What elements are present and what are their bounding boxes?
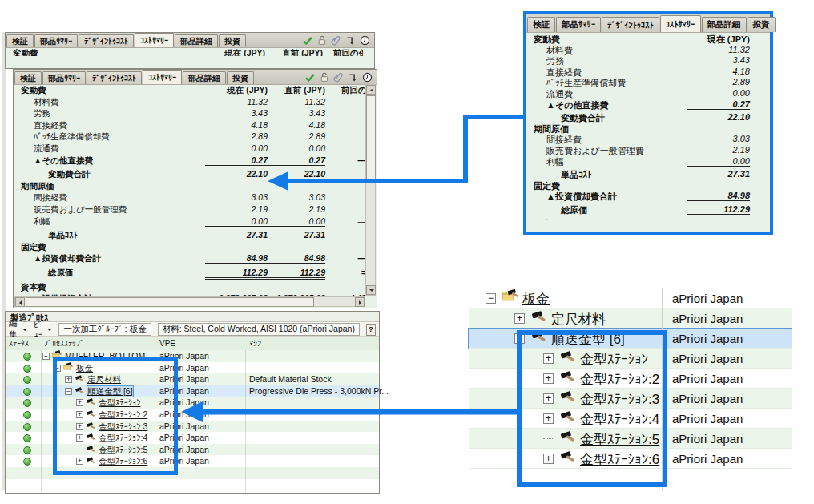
cost-row-label: 材料費 xyxy=(34,97,59,108)
cost-summary-panel: 検証部品ｻﾏﾘｰﾃﾞｻﾞｲﾝﾄｩｺｽﾄｺｽﾄｻﾏﾘｰ部品詳細投資変動費現在 (J… xyxy=(13,69,377,308)
cost-row: 資本費 xyxy=(14,282,365,294)
tree-expander[interactable]: − xyxy=(42,353,50,360)
cost-row: 資本費 xyxy=(527,218,759,220)
tab-投資[interactable]: 投資 xyxy=(748,17,776,32)
tab-部品詳細[interactable]: 部品詳細 xyxy=(175,34,218,47)
cost-row-label: ▲投資償却費合計 xyxy=(34,253,101,264)
cost-row: ﾊﾞｯﾁ生産準備償却費2.892.89 xyxy=(14,131,365,143)
cost-row: ▲設備投資合計6,373,205.086,373,205.084,45 xyxy=(14,293,365,296)
cost-row-label: 販売費および一般管理費 xyxy=(34,204,127,216)
process-panel-title: 製造ﾌﾟﾛｾｽ xyxy=(6,312,379,322)
vpe-value: aPriori Japan xyxy=(672,292,743,305)
annotation-rectangle-right xyxy=(517,330,667,487)
value-last: — xyxy=(341,216,365,226)
cost-row: ▲その他直接費0.270.27— xyxy=(14,155,365,167)
tab-検証[interactable]: 検証 xyxy=(14,71,42,84)
cost-row: 流通費0.00 xyxy=(527,88,759,99)
cost-row-label: 固定費 xyxy=(21,242,46,253)
lock-icon[interactable] xyxy=(316,35,327,46)
tab-部品詳細[interactable]: 部品詳細 xyxy=(183,71,226,84)
zoom-tree-row[interactable]: −板金aPriori Japan xyxy=(469,288,792,308)
machine-value: Progressive Die Press - 3,000kN Pr... xyxy=(249,386,389,396)
tab-検証[interactable]: 検証 xyxy=(527,17,555,32)
value-current: 11.32 xyxy=(205,97,268,107)
cost-row: 固定費 xyxy=(527,180,759,192)
tab-部品ｻﾏﾘｰ[interactable]: 部品ｻﾏﾘｰ xyxy=(556,17,601,32)
cost-row-label: 単品ｺｽﾄ xyxy=(48,230,78,241)
scroll-thumb[interactable] xyxy=(366,95,376,183)
tab-部品ｻﾏﾘｰ[interactable]: 部品ｻﾏﾘｰ xyxy=(42,71,86,84)
material-label: 材料: Steel, Cold Worked, AISI 1020 (aPrio… xyxy=(158,323,360,336)
scroll-left-button[interactable] xyxy=(15,297,25,307)
cost-row-label: 総原価 xyxy=(48,268,74,279)
check-icon[interactable] xyxy=(302,35,312,46)
elbow-arrow-icon[interactable] xyxy=(348,72,358,83)
cost-row: 変動費合計22.10 xyxy=(527,112,759,123)
status-green-icon xyxy=(23,458,31,466)
zoomed-cost-summary-callout: 検証部品ｻﾏﾘｰﾃﾞｻﾞｲﾝﾄｩｺｽﾄｺｽﾄｻﾏﾘｰ部品詳細投資変動費現在 (J… xyxy=(523,11,773,235)
scroll-up-button[interactable] xyxy=(366,85,376,95)
tab-投資[interactable]: 投資 xyxy=(227,71,254,84)
value-previous: 3.43 xyxy=(263,108,325,118)
cost-row-label: ▲投資償却費合計 xyxy=(546,191,617,203)
tree-expander[interactable]: + xyxy=(514,313,525,324)
value-current: 22.10 xyxy=(205,169,268,179)
clock-icon[interactable] xyxy=(360,35,370,46)
cost-row: ▲その他直接費0.27 xyxy=(527,99,759,111)
cost-row-label: 変動費 xyxy=(13,48,38,56)
process-step-label[interactable]: 板金 xyxy=(522,290,550,308)
chevron-down-icon xyxy=(47,329,52,333)
vertical-scrollbar[interactable] xyxy=(365,84,376,296)
value-previous: 直前 (JPY) xyxy=(260,48,323,56)
scroll-thumb[interactable] xyxy=(26,297,314,307)
paperclip-icon[interactable] xyxy=(331,35,341,46)
elbow-arrow-icon[interactable] xyxy=(345,35,356,46)
cost-row-label: 直接経費 xyxy=(34,120,67,131)
value-last: 前回の保 xyxy=(333,48,363,56)
value-last: 4,45 xyxy=(341,293,365,296)
tab-ﾃﾞｻﾞｲﾝﾄｩｺｽﾄ[interactable]: ﾃﾞｻﾞｲﾝﾄｩｺｽﾄ xyxy=(87,71,142,84)
value-current: 0.00 xyxy=(205,143,268,153)
status-green-icon xyxy=(23,388,31,396)
value-previous: 0.00 xyxy=(263,143,325,153)
process-step-label[interactable]: 定尺材料 xyxy=(551,310,606,329)
value-current: 27.31 xyxy=(205,230,268,240)
value-current: 84.98 xyxy=(687,191,750,201)
value-current: 6,373,205.08 xyxy=(205,293,268,296)
value-current: 0.00 xyxy=(687,88,750,98)
zoom-tree-row[interactable]: +定尺材料aPriori Japan xyxy=(469,308,792,329)
value-current: 3.43 xyxy=(205,108,268,118)
cost-row: 間接経費3.033.03 xyxy=(14,192,365,204)
help-icon[interactable]: ? xyxy=(366,324,376,336)
cost-row: 変動費現在 (JPY) xyxy=(527,34,759,45)
value-current: 2.89 xyxy=(687,77,750,87)
tab-ｺｽﾄｻﾏﾘｰ[interactable]: ｺｽﾄｻﾏﾘｰ xyxy=(143,70,182,84)
tab-ﾃﾞｻﾞｲﾝﾄｩｺｽﾄ[interactable]: ﾃﾞｻﾞｲﾝﾄｩｺｽﾄ xyxy=(602,17,659,32)
value-previous: 0.27 xyxy=(263,155,325,166)
status-green-icon xyxy=(23,376,31,384)
horizontal-scrollbar[interactable] xyxy=(14,296,365,307)
tab-ｺｽﾄｻﾏﾘｰ[interactable]: ｺｽﾄｻﾏﾘｰ xyxy=(135,33,174,47)
check-icon[interactable] xyxy=(304,72,315,83)
value-current: 2.89 xyxy=(205,131,268,141)
tab-部品詳細[interactable]: 部品詳細 xyxy=(702,17,747,32)
scroll-down-button[interactable] xyxy=(366,285,376,295)
value-previous: 0.00 xyxy=(263,216,325,227)
cost-row: 労務3.433.43 xyxy=(14,108,365,120)
view-menu[interactable]: ﾋﾞｭｰ xyxy=(34,320,52,339)
cost-row: 材料費11.32 xyxy=(527,45,759,56)
scroll-right-button[interactable] xyxy=(355,297,365,307)
tab-投資[interactable]: 投資 xyxy=(219,34,246,47)
tab-検証[interactable]: 検証 xyxy=(6,34,34,47)
tab-ﾃﾞｻﾞｲﾝﾄｩｺｽﾄ[interactable]: ﾃﾞｻﾞｲﾝﾄｩｺｽﾄ xyxy=(79,34,134,47)
value-last: = xyxy=(341,268,365,277)
clock-icon[interactable] xyxy=(362,72,373,83)
tree-expander[interactable]: − xyxy=(486,293,496,304)
cost-row: 総原価112.29112.29= xyxy=(14,268,365,280)
hammer-icon xyxy=(530,309,546,325)
cost-row: 販売費および一般管理費2.192.19 xyxy=(14,204,365,216)
paperclip-icon[interactable] xyxy=(333,72,344,83)
tab-ｺｽﾄｻﾏﾘｰ[interactable]: ｺｽﾄｻﾏﾘｰ xyxy=(660,15,701,32)
tab-部品ｻﾏﾘｰ[interactable]: 部品ｻﾏﾘｰ xyxy=(34,34,78,47)
lock-icon[interactable] xyxy=(319,72,329,83)
